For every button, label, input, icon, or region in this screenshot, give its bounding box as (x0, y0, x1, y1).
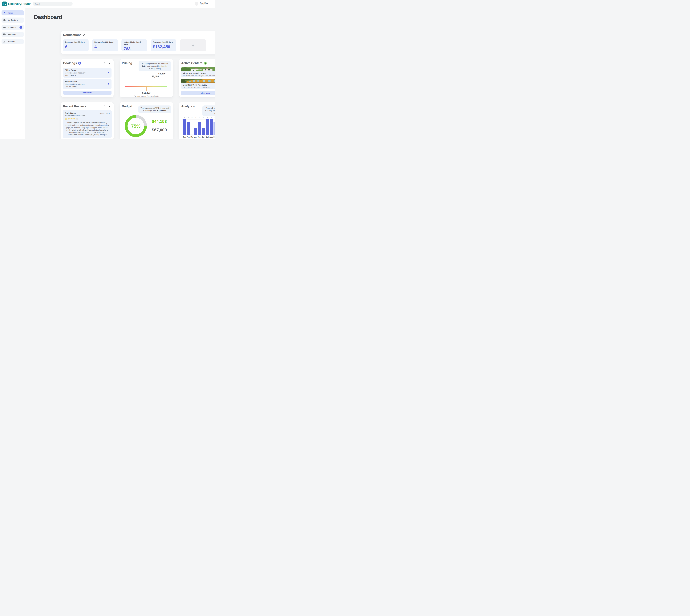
budget-donut-chart: 75% (125, 115, 147, 137)
sidebar-item-bookings[interactable]: Bookings 2 (1, 25, 24, 30)
center-info: Mountain View Recovery 1812 Douglas Ave,… (181, 83, 215, 89)
price-marker-label: $8,498 (152, 75, 159, 78)
review-center: Kinmount Health Center (65, 115, 109, 117)
sidebar-item-my-centers[interactable]: My Centers (1, 18, 24, 23)
bookings-badge: 2 (78, 62, 81, 65)
home-icon (3, 12, 6, 14)
app-logo[interactable]: R. RecoveryRoute® (2, 1, 30, 6)
add-widget-button[interactable]: + (180, 39, 206, 51)
tooltip-bold: 75% (155, 107, 159, 109)
price-marker-caption: Average cost on RecoveryRoute (125, 95, 167, 97)
bar-category-label: Jun (202, 136, 206, 138)
booking-client-name: Tatiana Stark (65, 80, 109, 83)
stat-card-reviews: Reviews (last 30 days) 4 (92, 39, 118, 51)
bar-value-label: 2 (194, 116, 198, 118)
analytics-bar-chart: 4Jan3Feb0Mar2Apr3May2Jun4Jul4Aug3Sep0Oct… (183, 117, 215, 138)
analytics-bar-column: 3May (198, 117, 202, 138)
budget-card: Budget You have reached 75% of your tota… (120, 102, 173, 139)
main-content: Dashboard Notifications Bookings (last 3… (25, 7, 215, 139)
bookings-title: Bookings (63, 61, 77, 65)
unread-dot (108, 72, 109, 73)
logo-mark-icon: R. (2, 1, 7, 6)
carousel-prev-icon[interactable] (103, 105, 106, 108)
active-centers-badge: 3 (204, 62, 207, 65)
booking-center: Kinmount Health Center (65, 83, 109, 85)
price-marker-line (146, 87, 147, 91)
tooltip-text: You are (206, 107, 212, 109)
star-icon: ★ (70, 117, 73, 120)
analytics-bar-column: 0Mar (190, 117, 194, 138)
user-name: John Doe (200, 2, 208, 4)
sidebar: Home My Centers Bookings 2 Payments Acco… (0, 7, 25, 139)
stat-card-listing-clicks: Listing Clicks (last 7 days) 783 (122, 39, 147, 51)
budget-percent: 75% (125, 115, 147, 137)
analytics-bar-column: 2Apr (194, 117, 198, 138)
stat-value: $132,459 (153, 44, 174, 49)
budget-goal: $67,000 (150, 128, 168, 132)
tooltip-bold: 5.6% (142, 65, 146, 67)
sidebar-item-home[interactable]: Home (1, 10, 24, 16)
budget-divider (150, 126, 168, 126)
centers-view-more-button[interactable]: View More (181, 91, 215, 95)
analytics-bar-column: 4Jan (183, 117, 186, 138)
bar (202, 128, 205, 135)
bar-category-label: Sep (213, 136, 215, 138)
logo-text: RecoveryRoute® (8, 2, 30, 6)
bar (213, 122, 215, 135)
center-list-item[interactable]: 3 Programs Mountain View Recovery 1812 D… (181, 79, 215, 89)
user-menu[interactable]: John Doe Admin (195, 0, 208, 7)
stat-value: 6 (65, 44, 86, 49)
center-photo: 3 Programs (181, 79, 215, 83)
active-centers-card: Active Centers 3 (179, 59, 215, 97)
price-marker-line (162, 75, 162, 86)
bar-value-label: 3 (198, 116, 202, 118)
center-address: 524 Monkwood Ave, Niagara Falls, ON L0S … (183, 75, 215, 76)
analytics-bars: 4Jan3Feb0Mar2Apr3May2Jun4Jul4Aug3Sep0Oct… (183, 117, 215, 138)
booking-dates: Dec 27 - Mar 27 (65, 86, 109, 88)
stat-label: Bookings (last 30 days) (65, 41, 86, 43)
stat-value: 4 (95, 44, 116, 49)
tooltip-bold: September (157, 109, 166, 112)
bar-category-label: Jan (183, 136, 186, 138)
sidebar-item-payments[interactable]: Payments (1, 32, 24, 37)
bar-value-label: 3 (186, 116, 190, 118)
star-icon: ★ (68, 117, 70, 120)
sidebar-item-account[interactable]: Account (1, 39, 24, 44)
sidebar-item-label: Home (7, 12, 13, 14)
house-photo-illustration (181, 67, 215, 71)
carousel-prev-icon[interactable] (103, 62, 106, 65)
booking-list-item[interactable]: Tatiana Stark Kinmount Health Center Dec… (63, 79, 111, 89)
carousel-next-icon[interactable] (108, 105, 110, 108)
bar-value-label: 4 (209, 116, 213, 118)
active-centers-title: Active Centers (181, 61, 203, 65)
bar-category-label: Mar (190, 136, 194, 138)
center-list-item[interactable]: 2 Programs Kinmount Health Center 524 Mo… (181, 67, 215, 78)
analytics-bar-column: 4Jul (206, 117, 209, 138)
carousel-next-icon[interactable] (108, 62, 110, 65)
tooltip-bold: 1 (212, 107, 213, 109)
bookings-view-more-button[interactable]: View More (63, 91, 111, 94)
center-photo: 2 Programs (181, 67, 215, 71)
search-input[interactable] (33, 2, 72, 6)
bar-category-label: Jul (206, 136, 209, 138)
edit-icon[interactable] (83, 34, 85, 36)
center-name: Kinmount Health Center (183, 72, 215, 74)
budget-values: $44,153 $67,000 (150, 119, 168, 132)
center-info: Kinmount Health Center 524 Monkwood Ave,… (181, 71, 215, 78)
reviewer-name: Judy Black (65, 112, 76, 114)
pricing-scale-chart: $6,876 $8,498 $11,423 Average cost on Re… (125, 72, 167, 96)
avatar (195, 2, 198, 6)
analytics-card: Analytics You are 1 client away from rea… (179, 102, 215, 139)
analytics-tooltip: You are 1 client away from reaching your… (202, 106, 215, 116)
account-gear-icon (3, 40, 6, 43)
star-icon: ★ (76, 117, 79, 120)
bookings-card: Bookings 2 Dillan Conley Mountain View R… (61, 59, 113, 97)
unread-dot (108, 83, 109, 85)
booking-center: Mountain View Recovery (65, 72, 109, 74)
booking-dates: Jan 3 - Feb 8 (65, 74, 109, 76)
bar-category-label: Aug (209, 136, 213, 138)
bar-value-label: 0 (190, 116, 194, 118)
bar (206, 119, 209, 135)
bar (198, 122, 201, 135)
booking-list-item[interactable]: Dillan Conley Mountain View Recovery Jan… (63, 68, 111, 78)
